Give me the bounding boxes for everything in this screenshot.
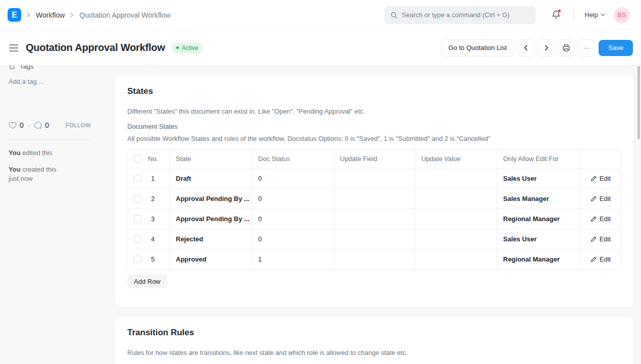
update-value-cell[interactable] [415,249,497,269]
navbar: E Workflow Quotation Approval Workflow H… [0,0,641,30]
row-number: 3 [141,215,164,223]
row-edit-button[interactable]: Edit [590,235,611,243]
breadcrumb-workflow[interactable]: Workflow [36,11,65,19]
doc-status-cell[interactable]: 1 [252,249,334,269]
edited-who: You [9,149,21,157]
page-head: Quotation Approval Workflow Active Go to… [0,30,641,66]
doc-status-cell[interactable]: 0 [252,189,334,209]
prev-document-button[interactable] [518,40,534,56]
row-checkbox[interactable] [134,235,141,243]
table-row[interactable]: 5 Approved 1 Regional Manager Edit [128,249,621,269]
update-field-cell[interactable] [334,249,415,269]
update-field-cell[interactable] [334,229,415,249]
table-row[interactable]: 3 Approval Pending By ... 0 Regional Man… [128,209,621,229]
grid-header-row: No. State Doc Status Update Field Update… [128,149,621,168]
add-tag-input[interactable]: Add a tag ... [9,78,91,85]
doc-status-cell[interactable]: 0 [252,229,334,249]
select-all-checkbox[interactable] [134,155,141,163]
row-number: 5 [141,255,164,263]
doc-status-cell[interactable]: 0 [252,209,334,229]
row-checkbox[interactable] [134,255,141,263]
status-label: Active [182,44,199,51]
pencil-icon [590,236,597,242]
update-value-cell[interactable] [415,229,497,249]
table-row[interactable]: 4 Rejected 0 Sales User Edit [128,229,621,249]
col-no: No. [148,155,158,163]
pencil-icon [590,196,597,202]
col-update-field: Update Field [334,149,415,168]
update-field-cell[interactable] [334,209,415,229]
user-avatar[interactable]: BS [614,7,630,23]
app-logo-icon[interactable]: E [8,8,21,22]
doc-status-cell[interactable]: 0 [252,169,334,188]
help-label: Help [584,11,598,19]
page-title: Quotation Approval Workflow [26,42,165,54]
row-number: 2 [141,195,164,202]
row-edit-button[interactable]: Edit [590,255,611,263]
tags-section[interactable]: Tags [9,66,91,70]
row-number: 4 [141,235,164,243]
breadcrumb-current[interactable]: Quotation Approval Workflow [79,11,170,19]
like-count: 0 [20,121,24,129]
go-to-quotation-list-button[interactable]: Go to Quotation List [441,40,514,56]
pencil-icon [590,176,597,182]
chevron-right-icon [26,13,31,17]
created-activity: You created this just now [9,165,91,183]
add-row-button[interactable]: Add Row [127,275,167,288]
pencil-icon [590,216,597,222]
only-allow-edit-for-cell[interactable]: Sales User [497,169,579,188]
print-button[interactable] [558,40,574,56]
update-field-cell[interactable] [334,189,415,209]
only-allow-edit-for-cell[interactable]: Sales User [497,229,579,249]
update-value-cell[interactable] [415,169,497,188]
page-scrollbar[interactable] [637,66,640,139]
printer-icon [562,44,570,52]
save-button[interactable]: Save [599,40,633,56]
divider [573,9,574,21]
help-menu[interactable]: Help [584,11,605,19]
divider [9,139,91,140]
row-checkbox[interactable] [134,215,141,223]
only-allow-edit-for-cell[interactable]: Sales Manager [497,189,579,209]
table-row[interactable]: 1 Draft 0 Sales User Edit [128,168,621,188]
form-body: States Different "States" this document … [114,66,641,364]
row-checkbox[interactable] [134,175,141,182]
status-badge: Active [172,42,204,54]
table-row[interactable]: 2 Approval Pending By ... 0 Sales Manage… [128,188,621,209]
more-menu-button[interactable]: ··· [578,40,595,56]
separator-dot: · [28,122,30,129]
edited-text: edited this [22,149,52,157]
row-edit-button[interactable]: Edit [590,215,611,223]
next-document-button[interactable] [538,40,554,56]
pencil-icon [590,256,597,263]
col-only-allow-edit-for: Only Allow Edit For [497,149,579,168]
update-value-cell[interactable] [415,209,497,229]
only-allow-edit-for-cell[interactable]: Regional Manager [497,209,579,229]
document-sidebar: Tags Add a tag ... 0 · 0 FOLLOW You edit… [0,66,114,364]
state-cell[interactable]: Draft [170,169,252,188]
state-cell[interactable]: Rejected [170,229,252,249]
only-allow-edit-for-cell[interactable]: Regional Manager [497,249,579,269]
global-search[interactable] [384,6,536,24]
edited-activity: You edited this [9,148,91,158]
status-dot-icon [176,46,179,49]
update-value-cell[interactable] [415,189,497,209]
col-state: State [170,149,252,168]
row-edit-button[interactable]: Edit [590,195,611,202]
heart-icon[interactable] [9,122,17,129]
comment-icon[interactable] [34,122,42,129]
row-edit-button[interactable]: Edit [590,175,611,182]
sidebar-toggle-icon[interactable] [9,44,18,51]
row-checkbox[interactable] [134,195,141,202]
row-number: 1 [141,175,164,182]
notifications-bell-icon[interactable] [552,10,561,20]
search-input[interactable] [402,11,530,19]
state-cell[interactable]: Approval Pending By ... [170,209,252,229]
state-cell[interactable]: Approved [170,249,252,269]
update-field-cell[interactable] [334,169,415,188]
transitions-section-card: Transition Rules Rules for how states ar… [114,316,634,364]
follow-button[interactable]: FOLLOW [66,122,91,128]
created-text: created this [22,166,56,173]
chevron-down-icon [601,13,605,17]
state-cell[interactable]: Approval Pending By ... [170,189,252,209]
